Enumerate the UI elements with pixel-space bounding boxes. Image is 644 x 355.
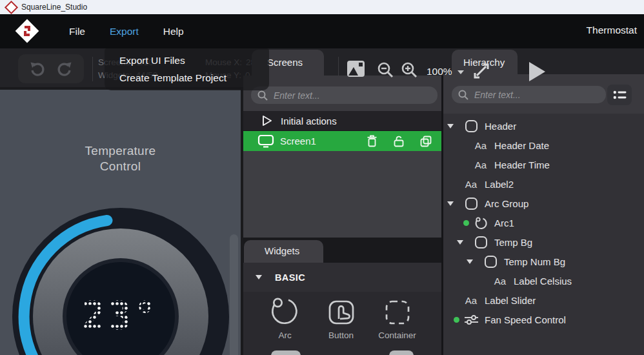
screen-icon [257, 134, 274, 148]
tree-item-label: Header Time [494, 159, 550, 170]
label-icon: Aa [475, 159, 487, 170]
project-name: Thermostat [587, 25, 637, 36]
active-dot-icon [454, 317, 459, 323]
tree-item-label-slider[interactable]: AaLabel Slider [443, 290, 644, 310]
menubar: FileExportHelp Thermostat [0, 14, 644, 48]
screens-search-box[interactable] [251, 86, 438, 104]
label-icon: Aa [475, 140, 487, 151]
tree-item-header-date[interactable]: AaHeader Date [443, 136, 644, 155]
menu-file[interactable]: File [69, 26, 85, 37]
tree-item-fan-speed-control[interactable]: Fan Speed Control [443, 310, 644, 329]
tree-item-label: Arc Group [485, 198, 528, 209]
toolbar-divider [92, 57, 93, 81]
container-icon [465, 197, 478, 210]
label-icon: Aa [465, 179, 477, 190]
screen-name: Screen1 [280, 136, 316, 147]
tree-item-label: Label Slider [485, 295, 536, 306]
widget-label: Arc [278, 330, 291, 340]
search-icon [458, 90, 468, 100]
zoom-dropdown-caret-icon[interactable] [458, 70, 464, 74]
fit-expand-icon[interactable] [470, 60, 492, 82]
export-dropdown-menu: Export UI FilesCreate Template Project [105, 48, 269, 90]
initial-actions-label: Initial actions [281, 116, 337, 127]
tree-item-temp-num-bg[interactable]: Temp Num Bg [443, 252, 644, 271]
tree-item-label2[interactable]: AaLabel2 [443, 174, 644, 194]
hierarchy-search-input[interactable] [473, 89, 594, 101]
undo-redo-group [18, 54, 84, 83]
background-image-icon[interactable] [347, 60, 365, 77]
play-button[interactable] [529, 62, 545, 81]
widgets-section-label: BASIC [275, 272, 305, 283]
screen-title-label[interactable]: Temperature Control [0, 143, 241, 174]
play-outline-icon [261, 115, 272, 127]
tree-item-arc-group[interactable]: Arc Group [443, 194, 644, 213]
widget-arc[interactable]: Arc [257, 292, 313, 355]
widget-container[interactable]: Container [369, 292, 425, 355]
widgets-grid: Arc Button Container [243, 292, 441, 355]
window-titlebar: SquareLine_Studio [0, 0, 644, 14]
tree-item-header[interactable]: Header [443, 116, 644, 136]
zoom-in-icon[interactable] [401, 61, 418, 79]
hierarchy-tree: HeaderAaHeader DateAaHeader TimeAaLabel2… [443, 114, 644, 329]
active-dot-icon [463, 220, 469, 226]
widget-partial-icon [389, 350, 414, 355]
window-title: SquareLine_Studio [21, 3, 87, 12]
search-icon [257, 90, 268, 101]
expand-arrow-icon[interactable] [447, 201, 454, 206]
expand-arrow-icon[interactable] [447, 124, 454, 128]
squareline-logo-icon [12, 16, 42, 46]
menu-export[interactable]: Export [110, 26, 139, 37]
menu-item-export-ui-files[interactable]: Export UI Files [105, 52, 269, 69]
arc-widget-icon [268, 295, 303, 330]
button-widget-icon [324, 295, 359, 330]
unlock-icon[interactable] [393, 135, 405, 147]
temperature-value: 23° [82, 293, 159, 338]
tree-item-label: Label2 [485, 179, 514, 190]
tree-item-label-celsius[interactable]: AaLabel Celsius [443, 271, 644, 290]
sliders-icon [464, 314, 479, 325]
tree-item-header-time[interactable]: AaHeader Time [443, 155, 644, 174]
tree-item-label: Label Celsius [514, 276, 572, 287]
arc-icon [474, 216, 488, 230]
expand-arrow-icon[interactable] [467, 259, 473, 264]
widget-partial-icon [271, 350, 301, 355]
tree-item-label: Temp Bg [494, 237, 532, 248]
menu-item-create-template-project[interactable]: Create Template Project [105, 69, 269, 86]
tree-item-label: Fan Speed Control [485, 314, 566, 325]
container-icon [474, 236, 488, 249]
tree-item-label: Temp Num Bg [504, 256, 565, 267]
list-view-button[interactable] [607, 85, 632, 105]
design-canvas[interactable]: Temperature Control 23° [0, 90, 241, 355]
delete-icon[interactable] [367, 135, 377, 147]
tree-item-label: Header [485, 121, 516, 132]
label-icon: Aa [465, 295, 477, 306]
duplicate-icon[interactable] [420, 136, 432, 147]
thermostat-dial[interactable]: 23° [11, 207, 230, 355]
list-view-icon [613, 90, 627, 100]
canvas-scrollbar[interactable] [230, 234, 238, 355]
widgets-section-basic[interactable]: BASIC [243, 263, 441, 294]
screen-row-selected[interactable]: Screen1 [243, 131, 441, 151]
tree-item-label: Arc1 [494, 218, 514, 228]
app-icon [5, 0, 18, 14]
tab-widgets[interactable]: Widgets [244, 240, 323, 263]
collapse-arrow-icon[interactable] [256, 275, 262, 279]
screens-search-input[interactable] [272, 90, 419, 101]
expand-arrow-icon[interactable] [457, 240, 463, 245]
initial-actions-row[interactable]: Initial actions [243, 111, 441, 131]
undo-icon[interactable] [28, 60, 46, 78]
label-icon: Aa [494, 276, 506, 287]
tree-item-temp-bg[interactable]: Temp Bg [443, 232, 644, 252]
hierarchy-panel: HeaderAaHeader DateAaHeader TimeAaLabel2… [443, 74, 644, 355]
tree-item-arc1[interactable]: Arc1 [443, 213, 644, 232]
menu-items: FileExportHelp [69, 26, 184, 37]
container-icon [465, 119, 478, 133]
widget-label: Container [378, 330, 416, 340]
menu-help[interactable]: Help [163, 26, 184, 37]
redo-icon[interactable] [55, 60, 74, 78]
zoom-level[interactable]: 100% [427, 66, 452, 77]
container-widget-icon [380, 295, 415, 330]
zoom-out-icon[interactable] [377, 61, 394, 79]
hierarchy-search-box[interactable] [452, 86, 606, 103]
widget-button[interactable]: Button [313, 292, 369, 355]
